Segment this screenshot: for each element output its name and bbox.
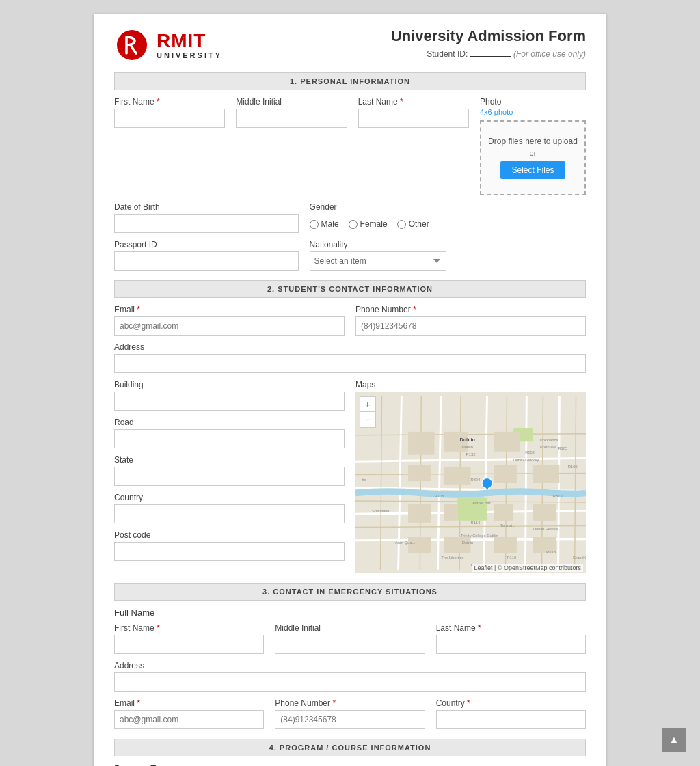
dob-label: Date of Birth: [114, 202, 299, 212]
gender-male-radio[interactable]: [310, 220, 319, 229]
phone-input[interactable]: [355, 316, 586, 336]
emergency-last-name-label: Last Name *: [436, 623, 586, 633]
map-container: Maps: [355, 380, 586, 573]
scroll-top-icon: ▲: [669, 734, 679, 746]
map-zoom-out-button[interactable]: −: [360, 412, 375, 427]
last-name-input[interactable]: [358, 109, 469, 128]
svg-text:Dublin: Dublin: [462, 541, 473, 545]
phone-group: Phone Number *: [355, 305, 586, 336]
state-input[interactable]: [114, 467, 345, 486]
section4-header: 4. PROGRAM / COURSE INFORMATION: [114, 739, 586, 756]
address-fields: Building Road State Country Post code: [114, 380, 345, 573]
state-group: State: [114, 455, 345, 486]
middle-initial-input[interactable]: [236, 109, 347, 128]
svg-text:R105: R105: [568, 465, 578, 469]
svg-rect-27: [444, 467, 471, 485]
address-group: Address: [114, 342, 586, 373]
form-container: RMIT UNIVERSITY University Admission For…: [94, 14, 606, 766]
emergency-phone-input[interactable]: [275, 710, 425, 729]
first-name-input[interactable]: [114, 109, 225, 128]
full-name-label-container: Full Name: [114, 607, 586, 618]
emergency-email-label: Email *: [114, 698, 264, 708]
address-label: Address: [114, 342, 586, 352]
dob-group: Date of Birth: [114, 202, 299, 233]
svg-text:Trinity College Dublin: Trinity College Dublin: [461, 534, 498, 538]
state-label: State: [114, 455, 345, 465]
postcode-group: Post code: [114, 530, 345, 561]
last-name-label: Last Name *: [358, 97, 469, 107]
gender-male-option[interactable]: Male: [310, 219, 339, 229]
program-type-label: Program Type *: [114, 763, 176, 766]
svg-text:Tara st...: Tara st...: [500, 523, 516, 528]
logo-rmit-text: RMIT: [157, 31, 222, 51]
svg-text:R110: R110: [507, 556, 516, 560]
svg-text:The Liberties: The Liberties: [441, 556, 463, 560]
country-input[interactable]: [114, 504, 345, 523]
dob-input[interactable]: [114, 214, 299, 233]
emergency-first-name-input[interactable]: [114, 635, 264, 654]
gender-other-option[interactable]: Other: [397, 219, 429, 229]
emergency-country-input[interactable]: [436, 710, 586, 729]
gender-other-radio[interactable]: [397, 220, 406, 229]
dob-gender-row: Date of Birth Gender Male Female Other: [114, 202, 586, 233]
emergency-middle-initial-input[interactable]: [275, 635, 425, 654]
drop-zone[interactable]: Drop files here to upload or Select File…: [480, 120, 586, 195]
first-name-required: *: [157, 97, 160, 107]
svg-text:R108: R108: [435, 494, 444, 498]
postcode-input[interactable]: [114, 542, 345, 561]
scroll-top-button[interactable]: ▲: [662, 728, 686, 752]
building-input[interactable]: [114, 392, 345, 411]
office-use-text: (For office use only): [513, 49, 586, 59]
svg-text:Docklands: Docklands: [540, 438, 558, 442]
middle-initial-group: Middle Initial: [236, 97, 347, 128]
gender-female-radio[interactable]: [349, 220, 358, 229]
first-name-group: First Name *: [114, 97, 225, 128]
road-group: Road: [114, 418, 345, 448]
middle-initial-label: Middle Initial: [236, 97, 347, 107]
photo-section: Photo 4x6 photo Drop files here to uploa…: [480, 97, 586, 195]
emergency-email-input[interactable]: [114, 710, 264, 729]
map-placeholder[interactable]: R132 R802 R105 R105 tte Dublin Dublin Do…: [355, 392, 586, 573]
rmit-logo-icon: [114, 27, 150, 63]
emergency-last-name-group: Last Name *: [436, 623, 586, 654]
svg-text:Grand Canal Dock: Grand Canal Dock: [573, 556, 586, 560]
photo-label: Photo: [480, 97, 501, 107]
map-zoom-in-button[interactable]: +: [360, 397, 375, 412]
student-id-blank: [470, 56, 511, 57]
svg-rect-29: [533, 465, 560, 483]
road-input[interactable]: [114, 429, 345, 448]
student-id-label: Student ID:: [427, 49, 468, 59]
email-phone-row: Email * Phone Number *: [114, 305, 586, 336]
svg-text:Dublin Pearse: Dublin Pearse: [533, 527, 558, 531]
svg-text:R802: R802: [525, 450, 535, 454]
section3-header: 3. CONTACT IN EMERGENCY SITUATIONS: [114, 583, 586, 601]
emergency-last-name-input[interactable]: [436, 635, 586, 654]
map-label: Maps: [355, 380, 586, 389]
emergency-middle-initial-label: Middle Initial: [275, 623, 425, 633]
address-input[interactable]: [114, 354, 586, 373]
postcode-label: Post code: [114, 530, 345, 540]
nationality-label: Nationality: [310, 240, 586, 249]
svg-rect-26: [408, 465, 431, 481]
openstreetmap-text: OpenStreetMap: [504, 564, 548, 571]
svg-text:Dublin: Dublin: [459, 437, 474, 443]
map-zoom-controls[interactable]: + −: [360, 396, 376, 428]
emergency-country-label: Country *: [436, 698, 586, 708]
email-input[interactable]: [114, 316, 345, 336]
leaflet-text: Leaflet: [474, 564, 492, 571]
country-label: Country: [114, 493, 345, 502]
select-files-button[interactable]: Select Files: [500, 161, 565, 179]
gender-female-label: Female: [360, 219, 388, 229]
svg-rect-30: [408, 504, 431, 523]
svg-rect-32: [494, 504, 513, 521]
svg-text:R114: R114: [471, 521, 481, 525]
gender-female-option[interactable]: Female: [349, 219, 388, 229]
emergency-address-input[interactable]: [114, 672, 586, 692]
passport-input[interactable]: [114, 251, 299, 271]
nationality-select[interactable]: Select an item: [310, 251, 446, 271]
svg-text:Aran Qua...: Aran Qua...: [395, 541, 416, 545]
gender-group: Gender Male Female Other: [310, 202, 586, 232]
name-row: First Name * Middle Initial Last Name * …: [114, 97, 586, 195]
drop-zone-text: Drop files here to upload: [488, 137, 578, 146]
emergency-address-label: Address: [114, 661, 586, 670]
